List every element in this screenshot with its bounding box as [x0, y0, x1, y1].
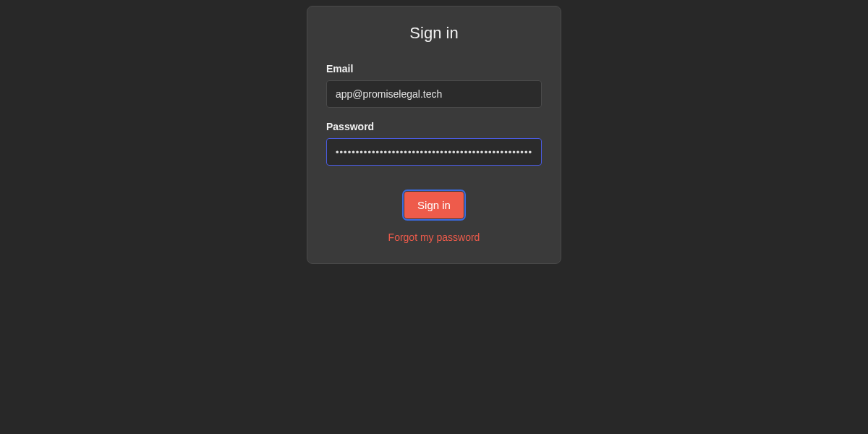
signin-card: Sign in Email Password Sign in Forgot my…: [307, 6, 561, 264]
forgot-password-link[interactable]: Forgot my password: [326, 231, 542, 243]
email-field-group: Email: [326, 63, 542, 108]
actions-area: Sign in Forgot my password: [326, 192, 542, 243]
password-label: Password: [326, 121, 542, 132]
email-input[interactable]: [326, 80, 542, 108]
email-label: Email: [326, 63, 542, 75]
password-field-group: Password: [326, 121, 542, 166]
signin-button[interactable]: Sign in: [404, 192, 464, 218]
password-input[interactable]: [326, 138, 542, 166]
card-title: Sign in: [326, 24, 542, 43]
